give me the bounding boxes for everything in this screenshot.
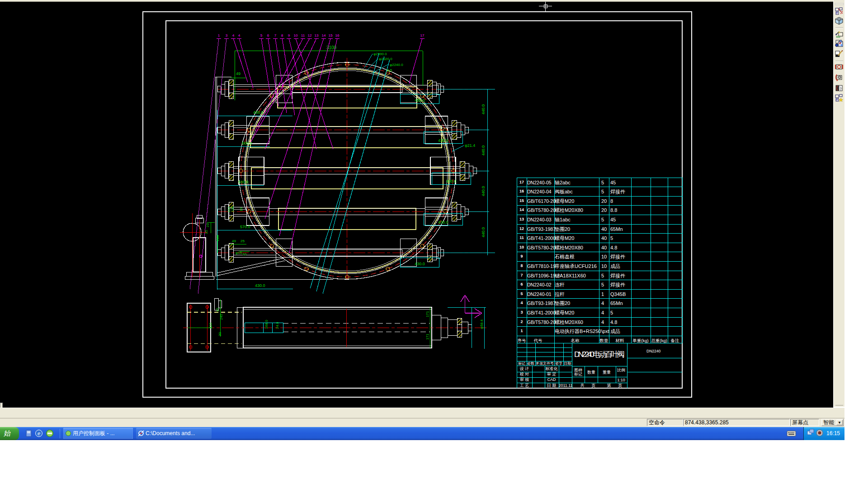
svg-text:工 艺: 工 艺 — [520, 383, 529, 388]
svg-text:6: 6 — [520, 282, 523, 286]
svg-text:序号: 序号 — [518, 338, 527, 343]
svg-text:105: 105 — [231, 206, 235, 212]
svg-text:CAD: CAD — [547, 377, 556, 382]
svg-text:12: 12 — [308, 33, 312, 38]
svg-text:440.0: 440.0 — [481, 145, 486, 156]
svg-text:45: 45 — [610, 217, 616, 222]
svg-text:总重(kg): 总重(kg) — [651, 338, 667, 343]
svg-text:5: 5 — [610, 310, 613, 315]
svg-text:171: 171 — [425, 333, 429, 340]
svg-text:14: 14 — [519, 207, 524, 212]
svg-text:30: 30 — [218, 332, 222, 336]
svg-text:备注: 备注 — [671, 338, 679, 343]
svg-text:14: 14 — [322, 33, 326, 38]
svg-text:11: 11 — [301, 33, 305, 38]
svg-text:5: 5 — [610, 235, 613, 241]
svg-text:1: 1 — [601, 291, 604, 297]
svg-text:DN2240电动百叶阀: DN2240电动百叶阀 — [574, 350, 625, 359]
svg-text:230: 230 — [216, 235, 220, 241]
svg-text:共: 共 — [580, 383, 585, 388]
svg-text:垫圈20: 垫圈20 — [554, 300, 570, 306]
svg-text:17: 17 — [519, 180, 524, 184]
svg-text:螺母M20: 螺母M20 — [555, 310, 574, 315]
svg-text:5: 5 — [601, 180, 604, 185]
svg-text:16: 16 — [335, 33, 340, 38]
svg-text:螺栓M20X80: 螺栓M20X80 — [555, 245, 583, 250]
svg-text:DN2240-05: DN2240-05 — [527, 180, 552, 185]
svg-text:成品: 成品 — [610, 328, 620, 334]
svg-text:日期: 日期 — [564, 361, 571, 366]
svg-text:110: 110 — [208, 323, 212, 328]
svg-text:\pxt: \pxt — [601, 328, 609, 334]
svg-text:5: 5 — [601, 282, 604, 287]
svg-text:5: 5 — [260, 33, 263, 38]
svg-text:430.0: 430.0 — [438, 138, 448, 143]
svg-text:Q345B: Q345B — [610, 291, 626, 297]
svg-text:25: 25 — [241, 239, 245, 243]
svg-text:5: 5 — [601, 273, 604, 278]
svg-text:4: 4 — [601, 319, 604, 325]
svg-text:430.0: 430.0 — [415, 262, 425, 266]
svg-text:页: 页 — [618, 383, 623, 388]
svg-text:拉杆: 拉杆 — [555, 291, 565, 297]
svg-text:7: 7 — [520, 273, 523, 277]
svg-text:65Mn: 65Mn — [610, 300, 623, 306]
svg-text:8.8: 8.8 — [610, 207, 617, 213]
svg-text:φ2240.0: φ2240.0 — [390, 63, 403, 67]
svg-text:e: e — [38, 431, 40, 436]
svg-text:页: 页 — [591, 383, 596, 388]
svg-text:垫圈20: 垫圈20 — [554, 226, 570, 232]
svg-text:430.0: 430.0 — [438, 220, 448, 225]
svg-text:17: 17 — [420, 33, 425, 38]
svg-text:49: 49 — [232, 239, 236, 243]
svg-text:10: 10 — [242, 252, 246, 256]
svg-text:螺母M20: 螺母M20 — [555, 198, 574, 204]
svg-text:430.0: 430.0 — [253, 110, 264, 115]
svg-text:24.0: 24.0 — [275, 322, 279, 329]
svg-text:13: 13 — [519, 217, 524, 221]
svg-text:螺栓M20X80: 螺栓M20X80 — [555, 207, 583, 213]
svg-text:轴2abc: 轴2abc — [554, 180, 571, 185]
svg-text:15: 15 — [204, 230, 208, 234]
svg-text:数量: 数量 — [600, 338, 609, 343]
svg-text:570.0: 570.0 — [240, 225, 250, 229]
svg-text:15: 15 — [329, 33, 333, 38]
svg-text:轴1abc: 轴1abc — [554, 217, 571, 222]
svg-text:430.0: 430.0 — [415, 98, 425, 103]
svg-text:处数: 处数 — [527, 361, 534, 366]
svg-text:7: 7 — [274, 33, 277, 38]
svg-text:GB/T1096-19: GB/T1096-19 — [527, 273, 556, 278]
svg-text:标记: 标记 — [574, 372, 582, 376]
svg-text:20: 20 — [601, 207, 607, 213]
svg-text:4: 4 — [232, 33, 235, 38]
svg-text:GB/T41-2000: GB/T41-2000 — [527, 310, 556, 315]
svg-text:DN2240-04: DN2240-04 — [527, 189, 552, 194]
svg-text:16: 16 — [519, 189, 524, 193]
svg-text:重量: 重量 — [603, 370, 611, 375]
svg-text:8: 8 — [281, 33, 283, 38]
svg-text:171: 171 — [425, 311, 429, 317]
svg-text:设 计: 设 计 — [520, 366, 529, 371]
svg-text:DN2240-01: DN2240-01 — [527, 291, 552, 297]
svg-text:焊接件: 焊接件 — [610, 189, 625, 194]
svg-text:440.0: 440.0 — [481, 227, 486, 238]
svg-text:φ58.4: φ58.4 — [480, 319, 484, 329]
svg-text:GB/T6170-20: GB/T6170-20 — [527, 198, 556, 204]
svg-text:第: 第 — [607, 383, 611, 388]
svg-text:标准化: 标准化 — [545, 366, 558, 371]
svg-text:10: 10 — [239, 207, 243, 211]
svg-text:1:10: 1:10 — [617, 378, 625, 382]
svg-text:23: 23 — [206, 223, 210, 227]
svg-text:2: 2 — [520, 319, 523, 324]
svg-text:168.0: 168.0 — [264, 319, 269, 329]
svg-text:GB/T5780-20: GB/T5780-20 — [527, 207, 556, 213]
svg-text:4: 4 — [601, 310, 604, 315]
svg-text:材料: 材料 — [615, 338, 625, 343]
svg-text:代号: 代号 — [534, 338, 543, 343]
svg-text:10: 10 — [519, 245, 524, 249]
svg-text:500.0: 500.0 — [242, 141, 252, 145]
svg-text:9: 9 — [520, 254, 523, 258]
svg-text:名称: 名称 — [571, 338, 580, 343]
svg-text:40: 40 — [601, 245, 607, 250]
svg-text:8: 8 — [610, 198, 613, 204]
